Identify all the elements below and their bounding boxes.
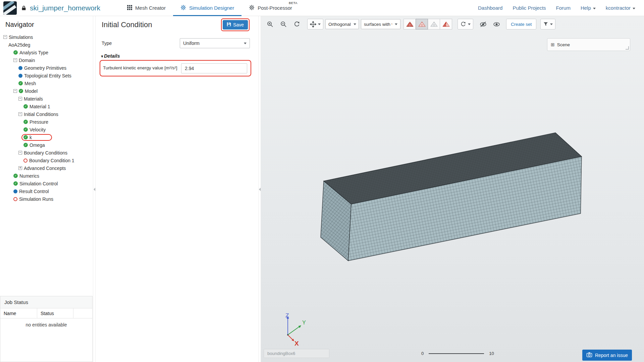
tree-item-label: Numerics bbox=[19, 173, 39, 179]
help-menu[interactable]: Help bbox=[581, 5, 596, 11]
scene-panel-header[interactable]: ⊞ Scene bbox=[547, 38, 630, 51]
save-button[interactable]: Save bbox=[223, 20, 248, 29]
annotation-highlight: Turbulent kinetic energy value [m²/s²] bbox=[100, 60, 251, 76]
tree-item-materials[interactable]: −Materials bbox=[0, 95, 93, 103]
tree-item-numerics[interactable]: ✓Numerics bbox=[0, 172, 93, 180]
top-right-links: DashboardPublic ProjectsForum Help kcont… bbox=[478, 5, 644, 11]
collapse-icon[interactable]: − bbox=[18, 151, 22, 155]
scale-min: 0 bbox=[421, 351, 424, 356]
hide-entities-button[interactable] bbox=[477, 19, 489, 29]
status-incomplete-icon bbox=[23, 159, 28, 163]
chevron-down-icon bbox=[244, 43, 247, 44]
beta-badge: BETA bbox=[289, 1, 298, 5]
zoom-in-button[interactable] bbox=[264, 19, 276, 29]
expand-icon[interactable]: + bbox=[18, 166, 22, 170]
navigator-panel: Navigator −SimulationsAoA25deg✓Analysis … bbox=[0, 16, 93, 362]
nav-link-forum[interactable]: Forum bbox=[556, 5, 571, 11]
collapse-icon[interactable]: − bbox=[13, 58, 17, 62]
mesh-mode-wireframe-button[interactable] bbox=[416, 19, 428, 29]
tree-item-result-control[interactable]: Result Control bbox=[0, 187, 93, 195]
mesh-mode-mixed-button[interactable] bbox=[440, 19, 452, 29]
tree-item-velocity[interactable]: ✓Velocity bbox=[0, 126, 93, 133]
collapse-icon[interactable]: − bbox=[18, 97, 22, 101]
scene-label: Scene bbox=[557, 42, 570, 47]
status-complete-icon: ✓ bbox=[19, 89, 23, 93]
pan-tool-dropdown[interactable] bbox=[307, 19, 323, 29]
create-set-button[interactable]: Create set bbox=[506, 19, 536, 29]
tab-mesh-creator[interactable]: Mesh Creator bbox=[120, 0, 173, 16]
turbulent-kinetic-energy-input[interactable] bbox=[181, 63, 247, 73]
rotate-view-dropdown[interactable] bbox=[458, 19, 473, 29]
tree-item-material-1[interactable]: ✓Material 1 bbox=[0, 103, 93, 110]
tree-item-omega[interactable]: ✓Omega bbox=[0, 141, 93, 149]
mesh-mode-hidden-button[interactable] bbox=[428, 19, 440, 29]
projection-select[interactable]: Orthogonal bbox=[325, 19, 359, 29]
tree-item-domain[interactable]: −Domain bbox=[0, 56, 93, 64]
tree-item-boundary-condition-1[interactable]: Boundary Condition 1 bbox=[0, 157, 93, 164]
tree-item-simulation-control[interactable]: ✓Simulation Control bbox=[0, 180, 93, 187]
tree-item-k[interactable]: ✓k bbox=[0, 133, 93, 141]
tree-item-label: Pressure bbox=[30, 119, 48, 125]
zoom-out-button[interactable] bbox=[278, 19, 289, 29]
chevron-down-icon bbox=[395, 23, 397, 25]
gear-icon bbox=[180, 5, 186, 11]
column-empty bbox=[73, 308, 92, 318]
tree-item-pressure[interactable]: ✓Pressure bbox=[0, 118, 93, 126]
collapse-icon[interactable]: − bbox=[13, 89, 17, 93]
triangle-down-icon: ▼ bbox=[100, 54, 104, 58]
tree-item-topological-entity-sets[interactable]: Topological Entity Sets bbox=[0, 72, 93, 79]
details-section-header[interactable]: ▼Details bbox=[100, 53, 120, 59]
tree-item-aoa25deg[interactable]: AoA25deg bbox=[0, 41, 93, 49]
tree-item-label: AoA25deg bbox=[8, 42, 30, 48]
y-axis-label: Y bbox=[302, 320, 306, 325]
project-title: ski_jumper_homework bbox=[30, 4, 100, 12]
plus-box-icon[interactable]: ⊞ bbox=[551, 42, 555, 47]
mesh-bounding-box-model[interactable] bbox=[261, 16, 644, 362]
z-axis-label: Z bbox=[285, 313, 289, 319]
tree-item-geometry-primitives[interactable]: Geometry Primitives bbox=[0, 64, 93, 72]
tree-item-label: Velocity bbox=[30, 127, 46, 132]
show-entities-button[interactable] bbox=[491, 19, 502, 29]
mesh-mode-solid-button[interactable] bbox=[404, 19, 416, 29]
status-complete-icon: ✓ bbox=[23, 143, 28, 147]
tree-item-analysis-type[interactable]: ✓Analysis Type bbox=[0, 49, 93, 56]
job-status-empty-message: no entities available bbox=[0, 322, 92, 327]
report-issue-button[interactable]: Report an issue bbox=[582, 350, 632, 361]
type-row: Type Uniform bbox=[102, 38, 250, 48]
tab-post-processor[interactable]: BETA Post-Processor bbox=[241, 0, 300, 16]
app-tabs: Mesh Creator Simulation Designer BETA Po… bbox=[120, 0, 300, 16]
scale-max: 10 bbox=[489, 351, 494, 356]
nav-links: DashboardPublic ProjectsForum bbox=[478, 5, 571, 11]
panel-splitter[interactable] bbox=[258, 16, 261, 362]
tree-item-mesh[interactable]: ✓Mesh bbox=[0, 79, 93, 87]
user-menu[interactable]: kcontractor bbox=[606, 5, 635, 11]
tree-item-advanced-concepts[interactable]: +Advanced Concepts bbox=[0, 164, 93, 172]
tree-item-initial-conditions[interactable]: −Initial Conditions bbox=[0, 110, 93, 118]
annotation-highlight: ✓k bbox=[21, 134, 52, 141]
tree-item-boundary-conditions[interactable]: −Boundary Conditions bbox=[0, 149, 93, 157]
tree-item-label: Topological Entity Sets bbox=[24, 73, 71, 78]
collapse-icon[interactable]: − bbox=[18, 112, 22, 116]
tab-label: Post-Processor bbox=[258, 5, 292, 11]
navigator-splitter[interactable] bbox=[93, 16, 96, 362]
chevron-down-icon bbox=[593, 8, 596, 9]
tree-item-model[interactable]: −✓Model bbox=[0, 87, 93, 95]
floppy-disk-icon bbox=[227, 22, 231, 27]
render-mode-select[interactable]: surfaces with v bbox=[361, 19, 400, 29]
nav-link-public-projects[interactable]: Public Projects bbox=[513, 5, 546, 11]
type-select[interactable]: Uniform bbox=[180, 38, 250, 48]
viewport-3d[interactable]: Orthogonal surfaces with v bbox=[261, 16, 644, 362]
collapse-icon[interactable]: − bbox=[3, 35, 7, 39]
tree-item-label: Result Control bbox=[19, 189, 49, 194]
hovered-entity-label: boundingBox6 bbox=[264, 349, 329, 358]
tree-item-simulations[interactable]: −Simulations bbox=[0, 33, 93, 41]
turbulent-kinetic-energy-label: Turbulent kinetic energy value [m²/s²] bbox=[103, 65, 181, 71]
nav-link-dashboard[interactable]: Dashboard bbox=[478, 5, 502, 11]
chevron-down-icon bbox=[550, 23, 553, 25]
tree-item-simulation-runs[interactable]: Simulation Runs bbox=[0, 195, 93, 203]
reset-view-button[interactable] bbox=[291, 19, 303, 29]
status-complete-icon: ✓ bbox=[13, 50, 18, 55]
filter-dropdown[interactable] bbox=[540, 19, 555, 29]
column-status: Status bbox=[37, 308, 73, 318]
tab-simulation-designer[interactable]: Simulation Designer bbox=[173, 0, 241, 16]
